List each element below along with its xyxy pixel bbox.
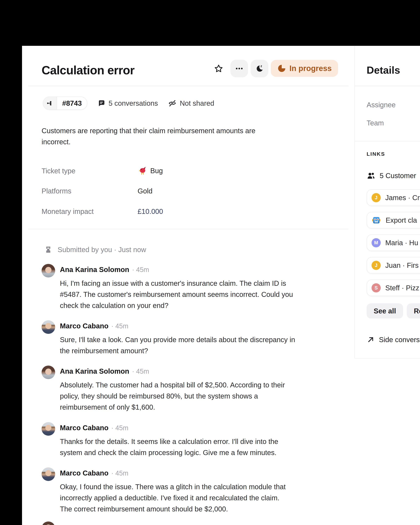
message-timestamp: · 45m bbox=[132, 265, 149, 274]
message: Marco Cabano · 45m Sure, I'll take a loo… bbox=[42, 322, 341, 356]
fields-divider bbox=[28, 229, 348, 229]
message-author: Marco Cabano bbox=[60, 322, 109, 330]
link-chip-label: Steff · Pizz bbox=[385, 284, 419, 292]
submitted-row: Submitted by you · Just now bbox=[44, 246, 146, 254]
message-header: Marco Cabano · 45m bbox=[60, 469, 341, 478]
ticket-id-chip[interactable]: #8743 bbox=[43, 96, 87, 110]
avatar-marco bbox=[42, 320, 55, 334]
customer-tickets-label: 5 Customer bbox=[380, 172, 416, 180]
page-title: Calculation error bbox=[42, 61, 134, 79]
bird-emoji-icon bbox=[138, 166, 147, 176]
message-timestamp: · 45m bbox=[111, 424, 128, 432]
link-chip-juan[interactable]: J Juan · Firs bbox=[367, 257, 420, 274]
star-icon bbox=[214, 64, 224, 74]
message-author: Marco Cabano bbox=[60, 469, 109, 477]
avatar-initial: J bbox=[372, 193, 381, 202]
avatar-partial bbox=[42, 522, 55, 525]
svg-text:z: z bbox=[260, 64, 262, 68]
aside-section-divider bbox=[355, 141, 420, 141]
meta-row: #8743 5 conversations Not bbox=[43, 96, 214, 110]
ticket-panel: Calculation error z In progress bbox=[22, 46, 420, 525]
visibility-toggle[interactable]: Not shared bbox=[168, 99, 214, 107]
conversations-label: 5 conversations bbox=[109, 99, 158, 107]
message-text: Thanks for the details. It seems like a … bbox=[60, 436, 341, 458]
message-text: Sure, I'll take a look. Can you provide … bbox=[60, 334, 341, 356]
message-author: Ana Karina Solomon bbox=[60, 367, 129, 375]
avatar-marco bbox=[42, 422, 55, 436]
three-dots-icon bbox=[235, 64, 244, 73]
platforms-value: Gold bbox=[138, 187, 153, 195]
links-heading: LINKS bbox=[367, 151, 385, 157]
submitted-label: Submitted by you · Just now bbox=[58, 246, 146, 254]
robot-emoji-icon bbox=[372, 216, 381, 225]
avatar-ana bbox=[42, 366, 55, 379]
link-chip-label: James · Cr bbox=[385, 194, 420, 202]
report-button[interactable]: Rep bbox=[407, 303, 420, 319]
link-chip-label: Export cla bbox=[386, 216, 417, 224]
ticket-stub-icon bbox=[44, 246, 52, 254]
aside-bottom-divider bbox=[355, 358, 420, 358]
header-divider bbox=[28, 86, 348, 86]
message-timestamp: · 45m bbox=[132, 367, 149, 375]
message-header: Marco Cabano · 45m bbox=[60, 423, 341, 432]
moon-z-icon: z bbox=[255, 64, 264, 73]
avatar-initial: M bbox=[372, 238, 381, 247]
message-timestamp: · 45m bbox=[111, 322, 128, 330]
field-value-ticket-type[interactable]: Bug bbox=[138, 166, 163, 176]
side-conversations-link[interactable]: Side convers bbox=[367, 336, 420, 344]
aside-header-divider bbox=[355, 86, 420, 86]
status-clock-icon bbox=[277, 64, 286, 73]
field-label-monetary-impact: Monetary impact bbox=[42, 207, 94, 216]
link-chip-maria[interactable]: M Maria · Hu bbox=[367, 234, 420, 251]
message-author: Marco Cabano bbox=[60, 423, 109, 432]
snooze-button[interactable]: z bbox=[251, 60, 268, 77]
ticket-type-value: Bug bbox=[150, 167, 163, 175]
message-header: Marco Cabano · 45m bbox=[60, 322, 341, 330]
assignee-row[interactable]: Assignee bbox=[367, 101, 396, 109]
details-title: Details bbox=[367, 61, 400, 79]
see-all-button[interactable]: See all bbox=[367, 303, 403, 319]
side-conversations-label: Side convers bbox=[379, 336, 420, 344]
field-label-platforms: Platforms bbox=[42, 187, 71, 195]
conversations-link[interactable]: 5 conversations bbox=[98, 99, 158, 107]
message-text: Absolutely. The customer had a hospital … bbox=[60, 379, 341, 413]
favorite-button[interactable] bbox=[210, 60, 227, 77]
field-value-platforms[interactable]: Gold bbox=[138, 187, 153, 195]
link-chip-james[interactable]: J James · Cr bbox=[367, 189, 420, 206]
message: Marco Cabano · 45m Thanks for the detail… bbox=[42, 423, 341, 458]
eye-off-icon bbox=[168, 99, 177, 107]
chat-bubble-icon bbox=[98, 99, 105, 107]
ticket-id: #8743 bbox=[57, 97, 87, 110]
visibility-label: Not shared bbox=[180, 99, 214, 107]
field-label-ticket-type: Ticket type bbox=[42, 167, 75, 175]
avatar-initial: S bbox=[372, 283, 381, 292]
avatar-marco bbox=[42, 467, 55, 481]
link-chip-label: Juan · Firs bbox=[385, 262, 419, 269]
message-author: Ana Karina Solomon bbox=[60, 265, 129, 274]
message-timestamp: · 45m bbox=[111, 469, 128, 478]
people-icon bbox=[367, 171, 375, 180]
message-header: Ana Karina Solomon · 45m bbox=[60, 265, 341, 274]
status-label: In progress bbox=[289, 64, 332, 73]
message: Marco Cabano · 45m Okay, I found the iss… bbox=[42, 469, 341, 515]
hierarchy-icon bbox=[43, 97, 57, 110]
message: Ana Karina Solomon · 45m Hi, I'm facing … bbox=[42, 265, 341, 311]
avatar-ana bbox=[42, 264, 55, 277]
aside-vertical-divider bbox=[355, 46, 355, 358]
message-header: Ana Karina Solomon · 45m bbox=[60, 367, 341, 375]
overflow-menu-button[interactable] bbox=[230, 60, 248, 77]
customer-tickets-row[interactable]: 5 Customer bbox=[367, 171, 416, 180]
link-chip-steff[interactable]: S Steff · Pizz bbox=[367, 280, 420, 296]
monetary-impact-value: £10.000 bbox=[138, 207, 163, 216]
message: Ana Karina Solomon · 45m Absolutely. The… bbox=[42, 367, 341, 413]
message-text: Hi, I'm facing an issue with a customer'… bbox=[60, 278, 341, 311]
avatar-initial: J bbox=[372, 261, 381, 270]
message-text: Okay, I found the issue. There was a gli… bbox=[60, 481, 341, 515]
arrow-up-right-icon bbox=[367, 336, 375, 344]
link-chip-label: Maria · Hu bbox=[385, 239, 418, 247]
team-row[interactable]: Team bbox=[367, 119, 384, 127]
ticket-description: Customers are reporting that their claim… bbox=[42, 125, 337, 148]
link-chip-export[interactable]: Export cla bbox=[367, 212, 420, 228]
field-value-monetary-impact[interactable]: £10.000 bbox=[138, 207, 163, 216]
status-badge[interactable]: In progress bbox=[271, 60, 338, 77]
